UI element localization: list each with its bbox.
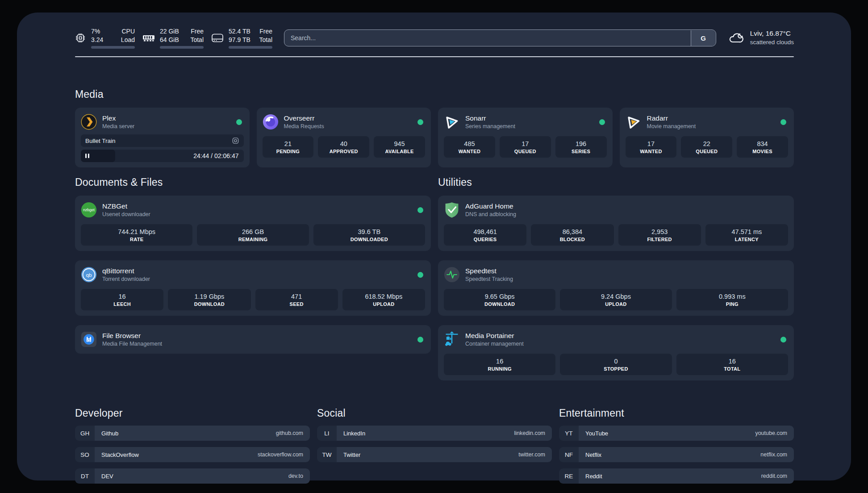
stat-label: AVAILABLE (385, 149, 414, 154)
link-stackoverflow[interactable]: SO StackOverflow stackoverflow.com (75, 447, 310, 462)
weather-condition: scattered clouds (750, 38, 794, 46)
link-name: DEV (101, 473, 113, 480)
section-title-social: Social (317, 407, 552, 419)
stat-label: WANTED (459, 149, 480, 154)
topbar-divider (75, 56, 794, 57)
app-desc: Media File Management (102, 341, 412, 347)
stat-value: 2,953 (651, 228, 668, 235)
link-reddit[interactable]: RE Reddit reddit.com (559, 468, 794, 484)
disk-icon (212, 34, 223, 42)
link-abbr: TW (317, 447, 337, 462)
cpu-icon (75, 33, 86, 43)
stat-value: 471 (291, 293, 302, 300)
weather-location-temp: Lviv, 16.87°C (750, 29, 794, 38)
stat-box: 86,384 BLOCKED (531, 224, 613, 246)
app-name: Radarr (647, 114, 776, 122)
now-playing-title: Bullet Train (85, 138, 232, 144)
app-card-overseerr[interactable]: Overseerr Media Requests 21 PENDING 40 A… (257, 108, 431, 167)
link-linkedin[interactable]: LI LinkedIn linkedin.com (317, 426, 552, 441)
link-url: reddit.com (761, 473, 787, 479)
app-name: AdGuard Home (465, 202, 788, 210)
link-url: netflix.com (760, 451, 787, 458)
status-dot (236, 119, 242, 125)
stat-label: MOVIES (752, 149, 772, 154)
stat-box: 17 QUEUED (500, 136, 551, 158)
memory-free-value: 22 GiB (160, 27, 179, 35)
stat-label: APPROVED (330, 149, 358, 154)
app-card-portainer[interactable]: Media Portainer Container management 16 … (438, 325, 794, 380)
dashboard-screenshot: 7% 3.24 CPU Load (0, 0, 868, 493)
stat-box: 0 STOPPED (560, 354, 672, 375)
developer-links: Developer GH Github github.com SO StackO… (75, 407, 310, 484)
app-card-radarr[interactable]: Radarr Movie management 17 WANTED 22 QUE… (620, 108, 794, 167)
link-dev-to[interactable]: DT DEV dev.to (75, 468, 310, 484)
cpu-usage-value: 7% (91, 27, 103, 35)
weather-widget: Lviv, 16.87°C scattered clouds (728, 29, 794, 46)
documents-column: Documents & Files nzbget NZBGet Usenet d… (75, 176, 431, 380)
overseerr-icon (263, 114, 279, 130)
stat-value: 40 (340, 140, 347, 147)
stat-value: 618.52 Mbps (365, 293, 402, 300)
app-card-filebrowser[interactable]: File Browser Media File Management (75, 325, 431, 354)
status-dot (780, 337, 786, 343)
app-card-speedtest[interactable]: Speedtest Speedtest Tracking 9.65 Gbps D… (438, 260, 794, 316)
app-desc: DNS and adblocking (465, 211, 788, 217)
app-name: Speedtest (465, 267, 788, 275)
app-card-nzbget[interactable]: nzbget NZBGet Usenet downloader 744.21 M… (75, 196, 431, 251)
stat-box: 618.52 Mbps UPLOAD (342, 289, 425, 310)
app-card-plex[interactable]: Plex Media server Bullet Train 24 (75, 108, 250, 167)
pause-icon[interactable] (85, 154, 89, 158)
status-dot (780, 119, 786, 125)
app-name: Sonarr (465, 114, 594, 122)
cpu-load-value: 3.24 (91, 36, 103, 44)
link-youtube[interactable]: YT YouTube youtube.com (559, 426, 794, 441)
app-card-adguard[interactable]: AdGuard Home DNS and adblocking 498,461 … (438, 196, 794, 251)
stat-value: 266 GB (242, 228, 264, 235)
playback-elapsed (81, 150, 115, 162)
stat-label: DOWNLOAD (484, 301, 515, 307)
link-twitter[interactable]: TW Twitter twitter.com (317, 447, 552, 462)
app-card-sonarr[interactable]: Sonarr Series management 485 WANTED 17 Q… (438, 108, 613, 167)
stat-value: 834 (757, 140, 768, 147)
stat-box: 744.21 Mbps RATE (81, 224, 192, 246)
playback-progressbar: 24:44 / 02:06:47 (81, 150, 244, 162)
stat-label: FILTERED (647, 237, 672, 242)
memory-progressbar (160, 46, 204, 49)
stat-label: DOWNLOAD (194, 301, 225, 307)
link-netflix[interactable]: NF Netflix netflix.com (559, 447, 794, 462)
social-links: Social LI LinkedIn linkedin.com TW Twitt… (317, 407, 552, 484)
stat-label: SERIES (572, 149, 590, 154)
stat-label: RATE (130, 237, 143, 242)
search-bar: G (284, 29, 716, 46)
stat-value: 9.65 Gbps (485, 293, 515, 300)
speedtest-icon (444, 267, 460, 283)
sonarr-icon (444, 114, 460, 130)
topbar: 7% 3.24 CPU Load (75, 26, 794, 50)
stat-label: REMAINING (238, 237, 268, 242)
media-card-grid: Plex Media server Bullet Train 24 (75, 108, 794, 167)
link-name: Reddit (585, 473, 602, 480)
stat-value: 17 (647, 140, 655, 147)
stat-value: 945 (394, 140, 405, 147)
stat-value: 744.21 Mbps (118, 228, 155, 235)
stat-label: TOTAL (724, 366, 740, 372)
link-url: github.com (276, 430, 303, 436)
search-engine-button[interactable]: G (691, 30, 715, 46)
stat-value: 196 (576, 140, 586, 147)
app-desc: Series management (465, 123, 594, 130)
cloud-icon (728, 31, 745, 45)
link-github[interactable]: GH Github github.com (75, 426, 310, 441)
link-name: YouTube (585, 430, 608, 437)
disk-free-value: 52.4 TB (229, 27, 250, 35)
session-camera-icon[interactable] (232, 137, 239, 145)
link-abbr: SO (75, 447, 95, 462)
stat-box: 0.993 ms PING (676, 289, 788, 310)
system-stats: 7% 3.24 CPU Load (75, 27, 272, 48)
stat-value: 485 (464, 140, 475, 147)
adguard-icon (444, 202, 460, 218)
app-card-qbittorrent[interactable]: qb qBittorrent Torrent downloader 16 LEE… (75, 260, 431, 316)
search-input[interactable] (284, 29, 716, 46)
link-url: dev.to (288, 473, 303, 479)
portainer-icon (444, 331, 460, 347)
stat-box: 47.571 ms LATENCY (705, 224, 788, 246)
